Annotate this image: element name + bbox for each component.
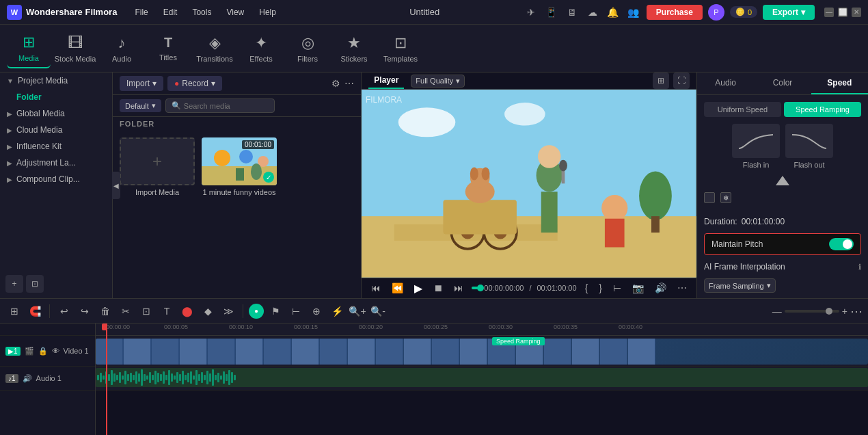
tab-audio[interactable]: Audio: [697, 72, 754, 94]
sidebar-adjustment[interactable]: ▶ Adjustment La...: [0, 155, 112, 171]
stop-button[interactable]: ⏹: [431, 281, 446, 295]
flash-in-option[interactable]: Flash in: [732, 124, 780, 169]
split-button[interactable]: ⊢: [610, 281, 624, 295]
menu-tools[interactable]: Tools: [185, 5, 218, 20]
sidebar-action-2[interactable]: ⊡: [26, 275, 44, 293]
zoom-in-icon[interactable]: +: [842, 306, 847, 317]
step-back-button[interactable]: ⏪: [389, 281, 406, 295]
grid-view-icon[interactable]: ⊞: [653, 72, 669, 89]
uniform-speed-tab[interactable]: Uniform Speed: [704, 102, 781, 117]
toolbar-audio[interactable]: ♪ Audio: [100, 29, 144, 68]
tab-color[interactable]: Color: [754, 72, 811, 94]
speed-ramping-tab[interactable]: Speed Ramping: [784, 102, 861, 117]
player-tab[interactable]: Player: [368, 72, 404, 89]
step-forward-button[interactable]: ⏭: [451, 281, 466, 295]
cloud-icon[interactable]: ☁: [585, 5, 600, 20]
collapse-sidebar-button[interactable]: ◀: [112, 172, 120, 199]
search-box[interactable]: 🔍: [165, 98, 275, 113]
sidebar-project-media[interactable]: ▼ Project Media: [0, 72, 112, 89]
mark-in-button[interactable]: {: [582, 281, 591, 295]
toolbar-effects[interactable]: ✦ Effects: [239, 29, 283, 68]
filter-icon[interactable]: ⚙: [331, 78, 340, 89]
sidebar-cloud-media[interactable]: ▶ Cloud Media: [0, 122, 112, 138]
mark-out-button[interactable]: }: [596, 281, 605, 295]
import-button[interactable]: Import ▾: [120, 76, 163, 91]
import-placeholder[interactable]: +: [120, 137, 195, 185]
undo-button[interactable]: ↩: [55, 302, 73, 320]
zoom-out-tl[interactable]: 🔍-: [369, 302, 387, 320]
camera-button[interactable]: 📷: [629, 281, 647, 295]
option-checkbox-2[interactable]: ❄: [720, 192, 731, 203]
import-media-item[interactable]: + Import Media: [120, 137, 195, 196]
toolbar-filters[interactable]: ◎ Filters: [286, 29, 329, 68]
toolbar-transitions[interactable]: ◈ Transitions: [193, 29, 236, 68]
menu-help[interactable]: Help: [252, 5, 283, 20]
record-button[interactable]: ● Record ▾: [167, 76, 222, 91]
delete-button[interactable]: 🗑: [96, 302, 114, 320]
sort-button[interactable]: Default ▾: [120, 99, 161, 112]
more-tl-1[interactable]: ≫: [219, 302, 237, 320]
tab-speed[interactable]: Speed: [811, 72, 868, 94]
rewind-button[interactable]: ⏮: [368, 281, 383, 295]
purchase-button[interactable]: Purchase: [647, 5, 703, 20]
timeline-more-icon[interactable]: ⋯: [850, 304, 863, 319]
export-button[interactable]: Export ▾: [763, 5, 815, 20]
minimize-button[interactable]: —: [824, 8, 834, 17]
maximize-button[interactable]: ⬜: [838, 8, 847, 17]
quality-select[interactable]: Full Quality ▾: [411, 75, 465, 88]
bell-icon[interactable]: 🔔: [606, 5, 621, 20]
sidebar-compound-clip[interactable]: ▶ Compound Clip...: [0, 171, 112, 187]
clip-speed-button[interactable]: ⚡: [328, 302, 346, 320]
zoom-slider[interactable]: [785, 310, 839, 313]
ai-info-icon[interactable]: ℹ: [858, 263, 861, 272]
ruler-spacer: [0, 324, 95, 336]
redo-button[interactable]: ↪: [76, 302, 94, 320]
progress-bar[interactable]: [472, 287, 478, 289]
toolbar-titles[interactable]: T Titles: [146, 29, 190, 68]
track-lock-icon[interactable]: 🔒: [38, 347, 48, 356]
search-input[interactable]: [184, 102, 266, 110]
magnet-button[interactable]: 🧲: [26, 302, 44, 320]
device-icon[interactable]: 📱: [544, 5, 559, 20]
monitor-icon[interactable]: 🖥: [565, 5, 580, 20]
people-icon[interactable]: 👥: [626, 5, 641, 20]
zoom-out-icon[interactable]: —: [772, 306, 782, 317]
text-button[interactable]: T: [158, 302, 176, 320]
fullscreen-icon[interactable]: ⛶: [673, 72, 690, 89]
sidebar-influence-kit[interactable]: ▶ Influence Kit: [0, 138, 112, 155]
sidebar-folder[interactable]: Folder: [0, 89, 112, 105]
track-eye-icon[interactable]: 👁: [52, 347, 59, 355]
video-clip[interactable]: [96, 339, 868, 365]
frame-sampling-select[interactable]: Frame Sampling ▾: [704, 278, 776, 293]
menu-edit[interactable]: Edit: [157, 5, 185, 20]
toolbar-media[interactable]: ⊞ Media: [7, 29, 51, 68]
menu-view[interactable]: View: [219, 5, 251, 20]
scene-detect-button[interactable]: ⊞: [5, 302, 23, 320]
maintain-pitch-toggle[interactable]: [829, 238, 854, 250]
toolbar-stock-media[interactable]: 🎞 Stock Media: [53, 29, 97, 68]
flash-out-option[interactable]: Flash out: [785, 124, 833, 169]
speaker-button[interactable]: 🔊: [652, 281, 669, 295]
add-folder-button[interactable]: +: [5, 275, 23, 293]
marker-button[interactable]: ⚑: [267, 302, 284, 320]
more-options-icon[interactable]: ⋯: [344, 78, 354, 89]
cut-button[interactable]: ✂: [117, 302, 135, 320]
zoom-in-tl[interactable]: 🔍+: [349, 302, 366, 320]
toolbar-stickers[interactable]: ★ Stickers: [332, 29, 376, 68]
close-button[interactable]: ✕: [852, 8, 861, 17]
media-video-item[interactable]: 00:01:00 ✓ 1 minute funny videos: [202, 137, 277, 196]
play-button[interactable]: ▶: [411, 280, 425, 296]
more-controls[interactable]: ⋯: [675, 281, 690, 295]
crop-button[interactable]: ⊡: [137, 302, 155, 320]
split-audio-button[interactable]: ⊢: [287, 302, 305, 320]
send-icon[interactable]: ✈: [524, 5, 539, 20]
menu-file[interactable]: File: [128, 5, 154, 20]
playhead[interactable]: [106, 324, 107, 435]
sidebar-global-media[interactable]: ▶ Global Media: [0, 105, 112, 122]
record-tl-button[interactable]: ●: [249, 304, 264, 319]
group-button[interactable]: ⊕: [308, 302, 325, 320]
toolbar-templates[interactable]: ⊡ Templates: [379, 29, 422, 68]
keyframe-button[interactable]: ◆: [199, 302, 217, 320]
color-button[interactable]: ⬤: [178, 302, 196, 320]
option-checkbox-1[interactable]: [704, 192, 715, 203]
